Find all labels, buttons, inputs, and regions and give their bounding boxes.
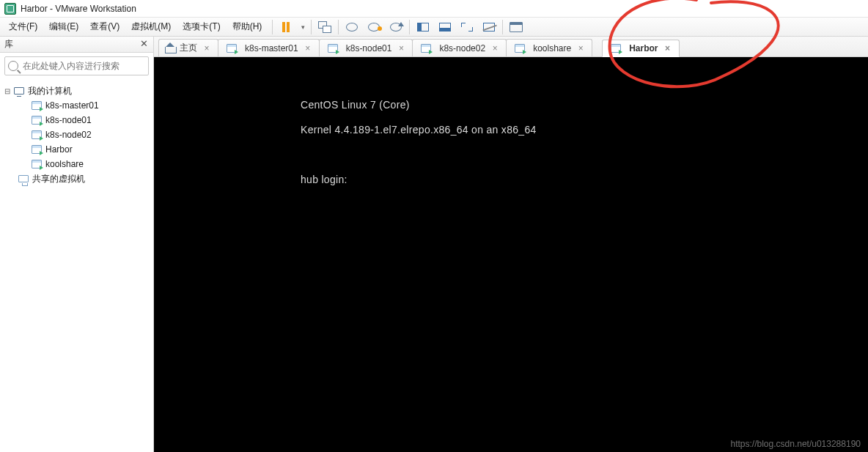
tree-label: koolshare bbox=[45, 159, 84, 169]
tab-close-button[interactable]: × bbox=[663, 43, 673, 53]
thumbnail-view-button[interactable] bbox=[507, 19, 525, 35]
manage-snapshot-button[interactable] bbox=[387, 19, 405, 35]
tab-close-button[interactable]: × bbox=[303, 43, 313, 53]
tab-close-button[interactable]: × bbox=[396, 43, 406, 53]
collapse-icon[interactable]: ⊟ bbox=[3, 87, 12, 95]
tab-close-button[interactable]: × bbox=[490, 43, 500, 53]
tab-label: koolshare bbox=[533, 43, 571, 53]
tab-harbor[interactable]: Harbor × bbox=[602, 40, 679, 57]
tab-label: k8s-node02 bbox=[439, 43, 485, 53]
tree-vm-harbor[interactable]: Harbor bbox=[3, 142, 150, 157]
snapshot-manage-icon bbox=[390, 23, 402, 32]
tabstrip: 主页 × k8s-master01 × k8s-node01 × k8s-nod… bbox=[154, 37, 868, 57]
tab-koolshare[interactable]: koolshare × bbox=[506, 39, 592, 56]
vm-console[interactable]: CentOS Linux 7 (Core) Kernel 4.4.189-1.e… bbox=[154, 57, 868, 452]
vm-icon bbox=[610, 43, 622, 53]
revert-snapshot-button[interactable] bbox=[365, 19, 383, 35]
library-tree: ⊟ 我的计算机 k8s-master01 k8s-node01 k8s-node… bbox=[0, 79, 153, 189]
terminal-prompt: hub login: bbox=[301, 173, 868, 186]
menu-edit[interactable]: 编辑(E) bbox=[43, 18, 84, 35]
menu-vm[interactable]: 虚拟机(M) bbox=[125, 18, 177, 35]
home-icon bbox=[165, 44, 175, 53]
tree-my-computer[interactable]: ⊟ 我的计算机 bbox=[3, 84, 150, 98]
search-input[interactable] bbox=[21, 60, 145, 72]
unity-icon bbox=[483, 23, 495, 32]
menu-view[interactable]: 查看(V) bbox=[84, 18, 125, 35]
watermark: https://blog.csdn.net/u013288190 bbox=[731, 439, 861, 449]
vm-icon bbox=[226, 43, 238, 53]
terminal-line: CentOS Linux 7 (Core) bbox=[301, 98, 868, 111]
menu-file[interactable]: 文件(F) bbox=[3, 18, 43, 35]
tab-close-button[interactable]: × bbox=[575, 43, 586, 53]
terminal-blank bbox=[301, 148, 868, 161]
computer-icon bbox=[13, 86, 25, 96]
vm-icon bbox=[514, 43, 526, 53]
shared-icon bbox=[18, 174, 29, 184]
tab-k8s-master01[interactable]: k8s-master01 × bbox=[218, 39, 320, 56]
fullscreen-icon bbox=[461, 23, 473, 32]
unity-button[interactable] bbox=[480, 19, 498, 35]
vm-icon bbox=[31, 100, 43, 111]
tree-label: k8s-node02 bbox=[45, 130, 92, 140]
snapshot-button[interactable] bbox=[343, 19, 361, 35]
menu-help[interactable]: 帮助(H) bbox=[227, 18, 268, 35]
vm-icon bbox=[420, 43, 432, 53]
send-ctrl-alt-del-button[interactable] bbox=[316, 19, 334, 35]
tree-label: k8s-master01 bbox=[45, 100, 99, 111]
library-panel-icon bbox=[417, 23, 429, 32]
separator bbox=[409, 20, 410, 34]
tree-label: 我的计算机 bbox=[28, 85, 72, 97]
tree-vm-k8s-master01[interactable]: k8s-master01 bbox=[3, 98, 150, 113]
app-icon bbox=[4, 3, 16, 15]
separator bbox=[311, 20, 312, 34]
tab-k8s-node01[interactable]: k8s-node01 × bbox=[319, 39, 413, 56]
tree-vm-koolshare[interactable]: koolshare bbox=[3, 157, 150, 171]
vm-icon bbox=[31, 130, 43, 140]
tree-label: k8s-node01 bbox=[45, 115, 92, 125]
console-panel-icon bbox=[439, 23, 451, 32]
fullscreen-button[interactable] bbox=[458, 19, 476, 35]
menubar: 文件(F) 编辑(E) 查看(V) 虚拟机(M) 选项卡(T) 帮助(H) ▾ bbox=[0, 18, 868, 37]
tree-vm-k8s-node02[interactable]: k8s-node02 bbox=[3, 127, 150, 142]
tree-vm-k8s-node01[interactable]: k8s-node01 bbox=[3, 113, 150, 127]
tree-label: Harbor bbox=[45, 144, 73, 155]
library-close-button[interactable]: ✕ bbox=[139, 40, 149, 50]
console-view-button[interactable] bbox=[436, 19, 454, 35]
tree-shared-vms[interactable]: 共享的虚拟机 bbox=[3, 171, 150, 186]
tab-label: k8s-master01 bbox=[245, 43, 298, 53]
vm-icon bbox=[31, 159, 43, 169]
tab-label: Harbor bbox=[629, 43, 658, 53]
tree-label: 共享的虚拟机 bbox=[32, 173, 85, 185]
menu-tabs[interactable]: 选项卡(T) bbox=[177, 18, 226, 35]
tab-label: 主页 bbox=[180, 42, 197, 54]
pause-button[interactable] bbox=[277, 19, 295, 35]
pause-icon bbox=[282, 22, 290, 32]
tab-k8s-node02[interactable]: k8s-node02 × bbox=[412, 39, 507, 56]
vm-icon bbox=[31, 144, 43, 155]
power-dropdown[interactable]: ▾ bbox=[299, 23, 306, 31]
library-sidebar: 库 ✕ ⊟ 我的计算机 k8s-master01 k8s-node01 bbox=[0, 37, 154, 452]
separator bbox=[338, 20, 339, 34]
tab-label: k8s-node01 bbox=[346, 43, 392, 53]
boxes-icon bbox=[318, 21, 331, 33]
separator bbox=[272, 20, 273, 34]
thumbnail-icon bbox=[510, 22, 523, 32]
terminal-line: Kernel 4.4.189-1.el7.elrepo.x86_64 on an… bbox=[301, 123, 868, 136]
library-title: 库 bbox=[4, 38, 13, 51]
titlebar: Harbor - VMware Workstation bbox=[0, 0, 868, 18]
library-header: 库 ✕ bbox=[0, 37, 153, 53]
vm-icon bbox=[327, 43, 339, 53]
tab-home[interactable]: 主页 × bbox=[158, 39, 218, 56]
separator bbox=[502, 20, 503, 34]
library-search[interactable] bbox=[4, 56, 149, 75]
search-icon bbox=[8, 61, 18, 71]
vm-icon bbox=[31, 115, 43, 125]
show-library-button[interactable] bbox=[414, 19, 432, 35]
tab-close-button[interactable]: × bbox=[202, 43, 212, 53]
snapshot-icon bbox=[346, 23, 358, 32]
snapshot-revert-icon bbox=[368, 23, 380, 32]
main-area: 主页 × k8s-master01 × k8s-node01 × k8s-nod… bbox=[154, 37, 868, 452]
window-title: Harbor - VMware Workstation bbox=[21, 4, 136, 14]
